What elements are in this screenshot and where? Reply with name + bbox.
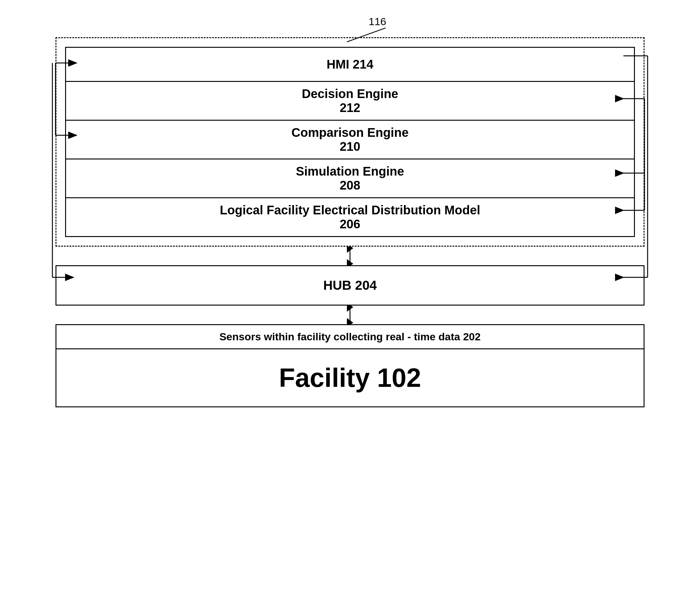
lfedm-label-line1: Logical Facility Electrical Distribution… [220, 203, 480, 217]
hmi-label: HMI 214 [326, 57, 373, 71]
lfedm-label-line2: 206 [340, 217, 360, 231]
arrow-hub-connector [342, 247, 358, 265]
lfedm-block: Logical Facility Electrical Distribution… [66, 198, 634, 236]
simulation-engine-label-line1: Simulation Engine [296, 164, 404, 178]
main-diagram: HMI 214 Decision Engine 212 Comparison E… [40, 37, 660, 407]
v-arrow-svg [342, 247, 358, 265]
hub-label: HUB 204 [323, 278, 377, 293]
decision-engine-block: Decision Engine 212 [66, 82, 634, 121]
ref-116-text: 116 [369, 16, 386, 27]
comparison-engine-block: Comparison Engine 210 [66, 121, 634, 160]
sensors-block: Sensors within facility collecting real … [55, 324, 645, 349]
facility-label: Facility 102 [279, 363, 421, 393]
inner-solid-box: HMI 214 Decision Engine 212 Comparison E… [65, 47, 635, 237]
hub-block: HUB 204 [55, 265, 645, 306]
arrow-sensors-connector [342, 306, 358, 324]
facility-block: Facility 102 [55, 348, 645, 407]
hmi-block: HMI 214 [66, 48, 634, 82]
sensors-label: Sensors within facility collecting real … [220, 331, 481, 343]
simulation-engine-label-line2: 208 [340, 178, 360, 192]
comparison-engine-label-line1: Comparison Engine [292, 126, 408, 140]
diagram-wrapper: 116 HMI 214 Decision Engine 212 Co [40, 13, 660, 407]
v-arrow-svg-2 [342, 306, 358, 324]
decision-engine-label-line1: Decision Engine [302, 87, 398, 101]
ref-116-label: 116 [369, 16, 386, 28]
simulation-engine-block: Simulation Engine 208 [66, 160, 634, 198]
outer-dashed-box: HMI 214 Decision Engine 212 Comparison E… [55, 37, 645, 247]
decision-engine-label-line2: 212 [340, 101, 360, 115]
comparison-engine-label-line2: 210 [340, 140, 360, 153]
